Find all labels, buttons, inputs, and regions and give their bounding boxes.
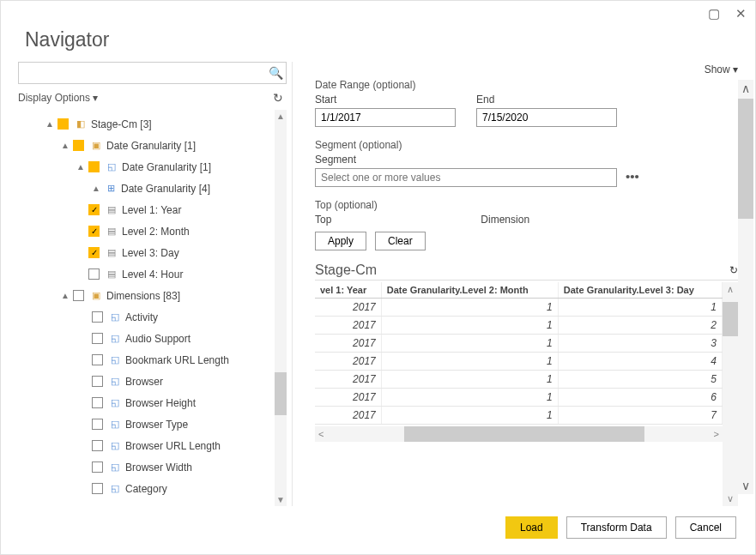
level-icon: ▤ bbox=[105, 203, 118, 217]
table-cell: 1 bbox=[558, 299, 722, 317]
pane-scroll-thumb[interactable] bbox=[738, 99, 753, 219]
table-hscroll[interactable]: < > bbox=[315, 426, 723, 442]
tree-checkbox[interactable] bbox=[88, 161, 100, 172]
page-title: Navigator bbox=[1, 21, 755, 62]
tree-node[interactable]: ◱Browser Type bbox=[18, 413, 275, 435]
tree-node[interactable]: ◱Activity bbox=[18, 306, 275, 328]
tree-node[interactable]: ✓▤Level 2: Month bbox=[18, 220, 275, 242]
hier-icon: ◱ bbox=[108, 439, 122, 453]
tree-checkbox[interactable] bbox=[92, 376, 103, 387]
tree-checkbox[interactable] bbox=[57, 118, 69, 130]
expander-icon[interactable]: ▲ bbox=[45, 119, 54, 129]
tree-checkbox[interactable] bbox=[73, 290, 84, 301]
scroll-left-icon[interactable]: < bbox=[315, 429, 327, 439]
table-row[interactable]: 201715 bbox=[315, 371, 723, 389]
scroll-thumb[interactable] bbox=[275, 372, 287, 415]
detail-pane: Show ▾ Date Range (optional) Start End S… bbox=[296, 62, 738, 506]
tree-node-label: Date Granularity [1] bbox=[106, 140, 196, 152]
expander-icon[interactable]: ▲ bbox=[61, 291, 70, 300]
tree-node[interactable]: ▲▣Date Granularity [1] bbox=[18, 135, 275, 156]
load-button[interactable]: Load bbox=[505, 516, 558, 539]
table-cell: 2017 bbox=[315, 407, 381, 425]
segment-more-icon[interactable]: ••• bbox=[626, 169, 639, 187]
pane-scroll-down-icon[interactable]: ∨ bbox=[741, 477, 750, 494]
tree-checkbox[interactable] bbox=[88, 268, 100, 280]
tree-checkbox[interactable] bbox=[92, 461, 103, 473]
tree-checkbox[interactable]: ✓ bbox=[88, 226, 100, 237]
close-icon[interactable]: ✕ bbox=[735, 6, 747, 21]
hier-icon: ◱ bbox=[108, 461, 122, 474]
tree-node[interactable]: ◱Category bbox=[18, 478, 275, 499]
segment-label: Segment bbox=[315, 154, 617, 166]
show-menu-button[interactable]: Show ▾ bbox=[705, 63, 738, 75]
segment-input[interactable] bbox=[315, 168, 617, 187]
clear-button[interactable]: Clear bbox=[375, 232, 426, 250]
display-options-button[interactable]: Display Options ▾ bbox=[18, 92, 98, 104]
tree-checkbox[interactable] bbox=[92, 483, 103, 494]
maximize-icon[interactable]: ▢ bbox=[708, 6, 720, 21]
tree-checkbox[interactable] bbox=[73, 140, 84, 151]
table-row[interactable]: 201714 bbox=[315, 353, 723, 371]
tree-node[interactable]: ◱Browser bbox=[18, 371, 275, 392]
apply-button[interactable]: Apply bbox=[315, 232, 366, 250]
scroll-right-icon[interactable]: > bbox=[711, 429, 723, 439]
table-scroll-thumb[interactable] bbox=[723, 302, 738, 336]
tree-checkbox[interactable] bbox=[92, 333, 103, 344]
preview-refresh-icon[interactable]: ↻ bbox=[729, 264, 738, 276]
table-cell: 2017 bbox=[315, 371, 381, 389]
tree-node[interactable]: ◱Browser URL Length bbox=[18, 435, 275, 456]
table-row[interactable]: 201716 bbox=[315, 389, 723, 407]
tree-checkbox[interactable] bbox=[92, 354, 103, 365]
detail-pane-scrollbar[interactable]: ∧ ∨ bbox=[738, 80, 753, 494]
end-date-input[interactable] bbox=[476, 108, 617, 127]
tree-node[interactable]: ▤Level 4: Hour bbox=[18, 263, 275, 285]
expander-icon[interactable]: ▲ bbox=[76, 162, 85, 172]
table-row[interactable]: 201713 bbox=[315, 335, 723, 353]
cancel-button[interactable]: Cancel bbox=[675, 516, 736, 539]
column-header[interactable]: vel 1: Year bbox=[315, 282, 381, 299]
table-scroll-up-icon[interactable]: ∧ bbox=[727, 282, 734, 297]
search-input[interactable] bbox=[19, 67, 265, 79]
search-icon[interactable]: 🔍 bbox=[265, 66, 286, 80]
expander-icon[interactable]: ▲ bbox=[92, 184, 100, 193]
refresh-icon[interactable]: ↻ bbox=[273, 91, 283, 105]
tree-node[interactable]: ◱Browser Height bbox=[18, 392, 275, 413]
column-header[interactable]: Date Granularity.Level 2: Month bbox=[381, 282, 558, 299]
transform-data-button[interactable]: Transform Data bbox=[566, 516, 667, 539]
tree-node[interactable]: ▲⊞Date Granularity [4] bbox=[18, 178, 275, 199]
tree-checkbox[interactable] bbox=[92, 440, 103, 451]
table-scroll-down-icon[interactable]: ∨ bbox=[727, 492, 734, 506]
hscroll-thumb[interactable] bbox=[404, 426, 644, 442]
tree-scrollbar[interactable]: ▲ ▼ bbox=[275, 110, 287, 506]
tree-node[interactable]: ✓▤Level 3: Day bbox=[18, 242, 275, 263]
tree-node[interactable]: ▲▣Dimensions [83] bbox=[18, 285, 275, 306]
table-cell: 2017 bbox=[315, 317, 381, 335]
tree-node[interactable]: ✓▤Level 1: Year bbox=[18, 199, 275, 220]
tree-checkbox[interactable] bbox=[92, 419, 103, 430]
expander-icon[interactable]: ▲ bbox=[61, 141, 70, 150]
search-box[interactable]: 🔍 bbox=[18, 62, 287, 84]
tree-node-label: Level 1: Year bbox=[122, 204, 181, 216]
table-row[interactable]: 201712 bbox=[315, 317, 723, 335]
start-date-input[interactable] bbox=[315, 108, 456, 127]
tree-checkbox[interactable] bbox=[92, 397, 103, 408]
column-header[interactable]: Date Granularity.Level 3: Day bbox=[558, 282, 722, 299]
tree-checkbox[interactable]: ✓ bbox=[88, 204, 100, 215]
tree-node[interactable]: ◱Bookmark URL Length bbox=[18, 349, 275, 371]
table-vscroll[interactable]: ∧ ∨ bbox=[723, 282, 738, 506]
tree-node[interactable]: ▲◱Date Granularity [1] bbox=[18, 156, 275, 178]
scroll-down-icon[interactable]: ▼ bbox=[276, 493, 285, 506]
pane-scroll-up-icon[interactable]: ∧ bbox=[741, 80, 750, 97]
tree-node[interactable]: ◱Audio Support bbox=[18, 328, 275, 349]
object-tree[interactable]: ▲◧Stage-Cm [3]▲▣Date Granularity [1]▲◱Da… bbox=[18, 110, 275, 506]
segment-section-title: Segment (optional) bbox=[315, 139, 738, 151]
tree-node-label: Date Granularity [1] bbox=[122, 161, 211, 173]
tree-checkbox[interactable] bbox=[92, 311, 103, 323]
table-row[interactable]: 201711 bbox=[315, 299, 723, 317]
scroll-up-icon[interactable]: ▲ bbox=[276, 110, 285, 123]
tree-node[interactable]: ▲◧Stage-Cm [3] bbox=[18, 113, 275, 135]
tree-checkbox[interactable]: ✓ bbox=[88, 247, 100, 258]
table-cell: 1 bbox=[381, 353, 558, 371]
tree-node[interactable]: ◱Browser Width bbox=[18, 456, 275, 478]
table-row[interactable]: 201717 bbox=[315, 407, 723, 425]
